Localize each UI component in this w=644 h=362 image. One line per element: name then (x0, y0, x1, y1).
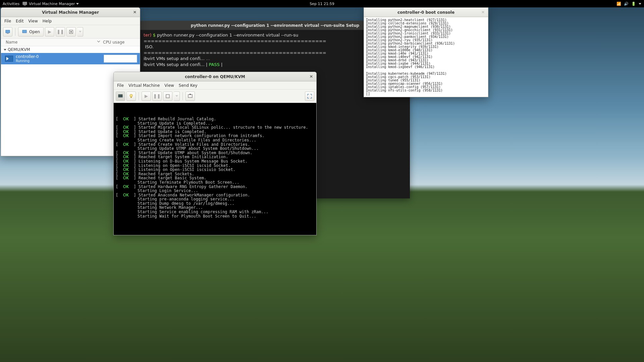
pause-button[interactable]: ❚❚ (152, 92, 162, 101)
menu-help[interactable]: Help (43, 19, 52, 23)
shutdown-menu-button[interactable] (77, 27, 83, 37)
svg-point-8 (130, 94, 132, 97)
power-icon (165, 94, 170, 99)
menu-view[interactable]: View (28, 19, 38, 23)
vm-name: controller-0 (16, 54, 101, 59)
console-icon (118, 94, 123, 99)
terminal-title: python runner.py --configuration 1 --env… (191, 23, 359, 28)
vm-console-output[interactable]: [ OK ] Started Rebuild Journal Catalog. … (114, 103, 316, 235)
menu-virtual-machine[interactable]: Virtual Machine (128, 83, 160, 88)
svg-rect-1 (24, 5, 26, 6)
pause-button[interactable]: ❚❚ (56, 27, 65, 37)
menu-view[interactable]: View (164, 83, 174, 88)
menu-file[interactable]: File (117, 83, 124, 88)
vm-running-icon (5, 56, 13, 62)
connection-row[interactable]: QEMU/KVM (1, 46, 140, 53)
close-button[interactable]: × (308, 73, 314, 79)
vm-console-toolbar: ▶ ❚❚ (114, 89, 316, 103)
snapshot-icon (187, 94, 193, 99)
gnome-topbar: Activities Virtual Machine Manager Sep 1… (0, 0, 488, 7)
vm-cpu-graph (104, 55, 137, 63)
monitor-icon (5, 29, 10, 35)
vm-console-menubar: File Virtual Machine View Send Key (114, 81, 316, 89)
shutdown-button[interactable] (163, 92, 172, 101)
console-view-button[interactable] (116, 92, 125, 101)
svg-rect-12 (190, 94, 191, 95)
vm-state: Running (16, 59, 101, 63)
expand-icon (4, 49, 6, 51)
vm-console-window[interactable]: controller-0 on QEMU/KVM × File Virtual … (113, 72, 317, 235)
svg-rect-11 (188, 95, 192, 98)
window-title: controller-0 on QEMU/KVM (185, 74, 245, 79)
menu-send-key[interactable]: Send Key (179, 83, 198, 88)
chevron-down-icon (175, 95, 178, 97)
svg-rect-0 (23, 2, 27, 5)
snapshot-button[interactable] (185, 92, 195, 101)
boot-console-titlebar[interactable]: controller-0 boot console × (364, 8, 488, 17)
svg-rect-9 (130, 97, 132, 98)
svg-rect-4 (22, 30, 26, 33)
vm-console-titlebar[interactable]: controller-0 on QEMU/KVM × (114, 72, 316, 81)
window-title: Virtual Machine Manager (42, 10, 99, 15)
svg-rect-2 (6, 30, 10, 33)
svg-rect-3 (7, 33, 9, 34)
app-menu[interactable]: Virtual Machine Manager (22, 1, 79, 6)
svg-rect-7 (118, 95, 122, 97)
run-button[interactable]: ▶ (142, 92, 151, 101)
open-button[interactable]: Open (18, 27, 44, 37)
col-name[interactable]: Name (6, 40, 17, 45)
svg-point-6 (70, 31, 72, 33)
close-button[interactable]: × (132, 9, 138, 15)
monitor-open-icon (22, 29, 27, 35)
vmm-menubar: File Edit View Help (1, 17, 140, 25)
menu-file[interactable]: File (4, 19, 11, 23)
activities-button[interactable]: Activities (3, 2, 19, 6)
new-vm-button[interactable] (3, 27, 12, 37)
sort-indicator-icon (97, 40, 100, 42)
window-title: controller-0 boot console (397, 10, 454, 15)
close-button[interactable]: × (480, 9, 486, 15)
lightbulb-icon (128, 94, 134, 99)
vmm-toolbar: Open ▶ ❚❚ (1, 25, 140, 39)
fullscreen-icon (307, 94, 312, 99)
topbar-clock[interactable]: Sep 11 21:59 (310, 2, 334, 6)
boot-console-window[interactable]: controller-0 boot console × Installing p… (364, 7, 488, 97)
fullscreen-button[interactable] (305, 92, 314, 101)
details-view-button[interactable] (126, 92, 136, 101)
run-button[interactable]: ▶ (45, 27, 54, 37)
shutdown-menu-button[interactable] (174, 92, 180, 101)
chevron-down-icon (79, 31, 82, 33)
power-icon (68, 29, 74, 35)
menu-edit[interactable]: Edit (16, 19, 23, 23)
svg-rect-10 (166, 95, 169, 98)
vmm-titlebar[interactable]: Virtual Machine Manager × (1, 8, 140, 17)
col-cpu[interactable]: CPU usage (103, 40, 124, 45)
vmm-columns: Name CPU usage (1, 39, 140, 46)
boot-console-output[interactable]: Installing python2-heatclient (927/1131)… (364, 17, 488, 97)
chevron-down-icon (76, 3, 79, 5)
vm-row-controller-0[interactable]: controller-0 Running (1, 53, 140, 64)
shutdown-button[interactable] (66, 27, 76, 37)
vmm-icon (22, 1, 28, 6)
